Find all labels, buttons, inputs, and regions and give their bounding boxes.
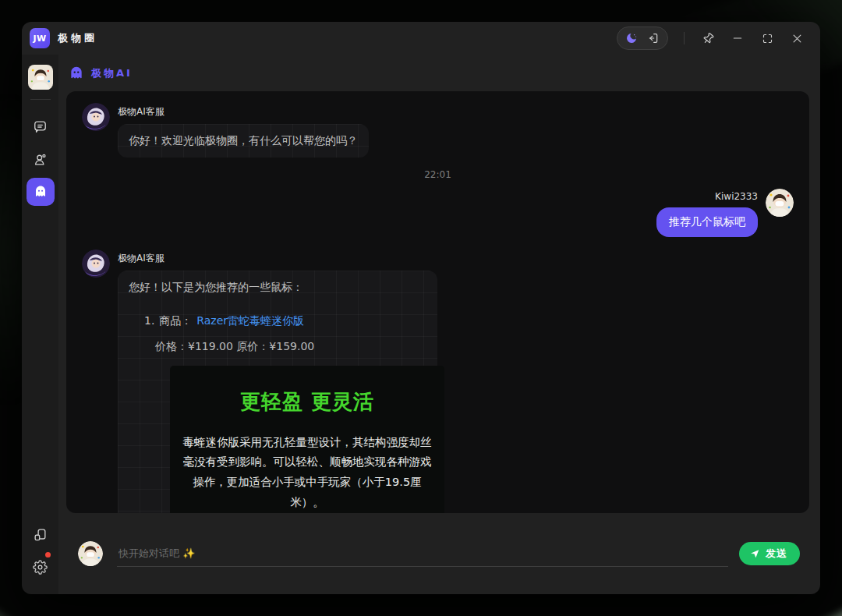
user-avatar-image	[28, 65, 53, 90]
composer-user-avatar[interactable]	[78, 541, 103, 566]
contacts-icon	[33, 152, 48, 167]
settings-notification-dot	[45, 552, 51, 558]
item-index: 1.	[144, 313, 154, 329]
window-body: 极物AI	[22, 55, 820, 594]
item-price-line: 价格：¥119.00 原价：¥159.00	[144, 338, 426, 355]
composer: 发送	[58, 513, 820, 594]
sidebar-divider	[30, 99, 51, 100]
message-user-request: Kiwi2333 推荐几个鼠标吧	[82, 189, 794, 237]
titlebar-divider	[684, 32, 685, 44]
sidebar-item-settings[interactable]	[27, 553, 55, 581]
sidebar-item-contacts[interactable]	[27, 145, 55, 173]
agent-name: 极物AI客服	[118, 252, 437, 265]
app-logo-text: JW	[33, 34, 46, 44]
ai-greeting-bubble: 你好！欢迎光临极物圈，有什么可以帮您的吗？	[118, 124, 369, 158]
agent-avatar[interactable]	[82, 250, 110, 278]
close-button[interactable]	[783, 27, 811, 50]
chat-message-list[interactable]: 极物AI客服 你好！欢迎光临极物圈，有什么可以帮您的吗？ 22:01	[66, 91, 809, 513]
timestamp: 22:01	[82, 169, 794, 180]
sidebar-item-ai-chat[interactable]	[27, 178, 55, 206]
user-avatar-image	[766, 189, 794, 217]
user-name: Kiwi2333	[656, 191, 758, 202]
item-label: 商品：	[159, 313, 192, 329]
app-title: 极物圈	[58, 31, 97, 45]
exit-to-tray-icon[interactable]	[643, 29, 663, 48]
settings-gear-icon	[33, 560, 48, 575]
ghost-icon	[69, 65, 84, 81]
sidebar-user-avatar[interactable]	[28, 65, 53, 90]
chat-messages-icon	[33, 119, 48, 134]
chat-header: 极物AI	[58, 55, 820, 91]
app-logo: JW	[30, 28, 50, 48]
desktop-streak-bottom-right	[628, 600, 842, 616]
minimize-button[interactable]	[723, 27, 752, 50]
ai-ghost-icon	[34, 185, 48, 199]
recommendation-intro: 您好！以下是为您推荐的一些鼠标：	[129, 279, 426, 296]
user-avatar-image	[78, 541, 103, 566]
recommendation-list: 1. 商品： Razer雷蛇毒蝰迷你版 价格：¥119.00 原价：¥159.0…	[129, 313, 426, 513]
send-button[interactable]: 发送	[739, 542, 800, 565]
message-input[interactable]	[117, 540, 728, 567]
main-area: 极物AI	[58, 55, 820, 594]
user-message-bubble: 推荐几个鼠标吧	[656, 207, 758, 237]
pin-window-button[interactable]	[694, 27, 722, 50]
user-avatar[interactable]	[766, 189, 794, 217]
product-card-headline: 更轻盈 更灵活	[170, 387, 444, 417]
message-ai-recommendation: 极物AI客服 您好！以下是为您推荐的一些鼠标： 1. 商品： Razer雷蛇毒蝰…	[82, 250, 794, 513]
theme-toggle-moon-icon[interactable]	[621, 29, 642, 48]
send-plane-icon	[749, 548, 760, 559]
multi-device-icon	[33, 527, 48, 542]
sidebar	[22, 55, 58, 594]
agent-avatar-image	[82, 103, 110, 131]
product-card-image[interactable]: 更轻盈 更灵活 毒蝰迷你版采用无孔轻量型设计，其结构强度却丝毫没有受到影响。可以…	[170, 366, 444, 513]
titlebar: JW 极物圈	[22, 22, 820, 55]
desktop-streak-bottom-left	[0, 604, 157, 616]
agent-name: 极物AI客服	[118, 105, 369, 119]
send-button-label: 发送	[766, 547, 787, 561]
recommendation-item: 1. 商品： Razer雷蛇毒蝰迷你版	[144, 313, 426, 329]
app-window: JW 极物圈	[22, 22, 820, 594]
agent-avatar-image	[82, 250, 110, 278]
product-link[interactable]: Razer雷蛇毒蝰迷你版	[196, 313, 304, 329]
sidebar-item-devices[interactable]	[27, 520, 55, 548]
maximize-button[interactable]	[753, 27, 781, 50]
titlebar-controls	[617, 27, 811, 50]
titlebar-quick-toggles	[617, 27, 668, 50]
agent-avatar[interactable]	[82, 103, 110, 131]
product-card-description: 毒蝰迷你版采用无孔轻量型设计，其结构强度却丝毫没有受到影响。可以轻松、顺畅地实现…	[182, 433, 432, 513]
message-ai-greeting: 极物AI客服 你好！欢迎光临极物圈，有什么可以帮您的吗？	[82, 103, 794, 158]
sidebar-item-messages[interactable]	[27, 112, 55, 140]
chat-title: 极物AI	[91, 66, 133, 80]
ai-recommendation-bubble: 您好！以下是为您推荐的一些鼠标： 1. 商品： Razer雷蛇毒蝰迷你版 价格：…	[118, 271, 437, 513]
